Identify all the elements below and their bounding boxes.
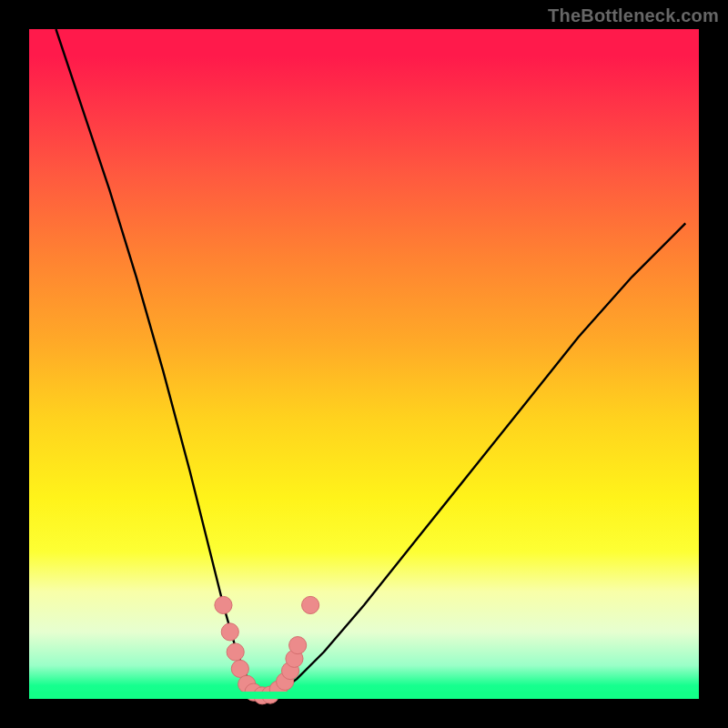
curve-marker <box>289 637 307 654</box>
curve-marker <box>221 623 238 641</box>
chart-svg <box>29 29 699 699</box>
bottleneck-curve <box>56 29 685 695</box>
curve-marker <box>227 643 244 661</box>
chart-frame: TheBottleneck.com <box>0 0 728 728</box>
plot-area <box>29 29 699 699</box>
curve-marker <box>215 596 232 613</box>
curve-markers <box>215 596 319 704</box>
watermark-text: TheBottleneck.com <box>548 5 719 26</box>
curve-marker <box>302 596 319 613</box>
baseline-strip <box>29 692 699 699</box>
curve-marker <box>231 660 248 677</box>
